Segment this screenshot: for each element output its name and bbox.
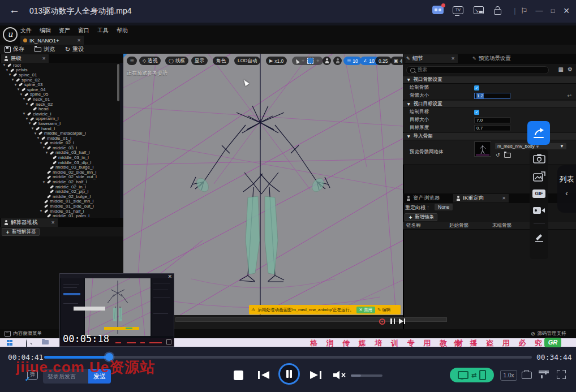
disable-button[interactable]: ✕禁用 xyxy=(356,307,375,313)
stop-button[interactable] xyxy=(234,371,243,380)
tv-cast-icon[interactable]: TV xyxy=(453,6,463,14)
tree-row[interactable]: middle_01_palm_l xyxy=(0,213,120,218)
timeline-track[interactable] xyxy=(175,317,447,322)
share-button[interactable] xyxy=(527,121,550,145)
tree-row[interactable]: middle_02_pip_l xyxy=(0,189,120,194)
menu-window[interactable]: 窗口 xyxy=(78,27,89,35)
tree-row[interactable]: middle_02_in_l xyxy=(0,184,120,189)
grid-view-icon[interactable]: ▦ xyxy=(558,66,564,72)
add-solver-button[interactable]: ＋新增解算器 xyxy=(2,228,40,236)
content-drawer-button[interactable]: 内容侧滑菜单 xyxy=(5,330,42,337)
close-button[interactable]: ✕ xyxy=(561,6,571,15)
menu-file[interactable]: 文件 xyxy=(20,27,32,35)
caret-icon[interactable]: ▼ xyxy=(22,97,26,101)
caret-icon[interactable]: ▼ xyxy=(39,141,43,145)
character-snap-icon[interactable] xyxy=(323,57,331,65)
draw-goal-checkbox[interactable]: ✓ xyxy=(474,110,479,115)
image-capture-icon[interactable] xyxy=(533,171,545,182)
caret-icon[interactable]: ▼ xyxy=(2,63,6,67)
bone-size-input[interactable]: 1.2 xyxy=(474,93,510,99)
tab-ik-rig[interactable]: IK_NANO1+ ✕ xyxy=(20,36,84,45)
tab-close-icon[interactable]: ✕ xyxy=(51,220,55,225)
previous-button[interactable] xyxy=(257,371,270,380)
tree-row[interactable]: middle_01_side_out_l xyxy=(0,204,120,209)
save-button[interactable]: 保存 xyxy=(5,45,24,53)
tree-row[interactable]: ▼lowerarm_l xyxy=(0,121,120,126)
playback-speed-button[interactable]: ▶x1.0 xyxy=(266,57,287,65)
caret-icon[interactable]: ▼ xyxy=(14,83,18,87)
minimize-button[interactable]: — xyxy=(534,6,544,15)
caret-icon[interactable]: ▼ xyxy=(33,131,37,136)
transform-tool-icon[interactable]: + xyxy=(316,58,319,64)
caret-icon[interactable]: ▼ xyxy=(42,145,46,150)
tab-asset-browser[interactable]: 资产浏览器 xyxy=(403,194,452,203)
tab-hierarchy[interactable]: 层级 ✕ xyxy=(1,54,49,63)
tree-row[interactable]: middle_01_side_inn_l xyxy=(0,199,120,204)
tree-row[interactable]: ▼spine_01 xyxy=(0,72,120,77)
playlist-handle[interactable]: 列表 ‹ xyxy=(557,165,576,213)
menu-edit[interactable]: 编辑 xyxy=(40,27,51,35)
tab-close-icon[interactable]: ✕ xyxy=(42,56,46,61)
goal-size-input[interactable]: 7.0 xyxy=(474,117,510,123)
caret-icon[interactable]: ▼ xyxy=(42,180,46,184)
tree-row[interactable]: ▼upperarm_l xyxy=(0,117,120,122)
caret-icon[interactable]: ▼ xyxy=(8,72,12,77)
tree-row[interactable]: middle_02_side_out_l xyxy=(0,175,120,180)
viewport-menu-button[interactable]: ☰ xyxy=(127,57,137,65)
pin-icon[interactable]: ⚐ xyxy=(519,6,529,15)
caret-icon[interactable]: ▼ xyxy=(45,150,49,155)
tab-close-icon[interactable]: ✕ xyxy=(77,38,81,43)
caret-icon[interactable]: ▼ xyxy=(19,92,23,97)
timeline-pause-button[interactable] xyxy=(390,318,395,324)
move-tool-icon[interactable]: + xyxy=(302,58,304,64)
edit-button[interactable]: ✎编辑 xyxy=(377,307,390,313)
tree-row[interactable]: ▼spine_04 xyxy=(0,87,120,92)
tree-row[interactable]: ▼spine_02 xyxy=(0,77,120,83)
settings-gear-icon[interactable]: ⚙ xyxy=(568,66,573,72)
menu-tools[interactable]: 工具 xyxy=(97,27,109,35)
tree-row[interactable]: ▼middle_01_l xyxy=(0,136,120,141)
browse-button[interactable]: 浏览 xyxy=(35,45,55,53)
tab-close-icon[interactable]: ✕ xyxy=(451,56,455,61)
tab-solver-stack[interactable]: 解算器堆栈 ✕ xyxy=(1,218,58,227)
tree-row[interactable]: ▼middle_01_half_l xyxy=(0,209,120,214)
search-input[interactable]: 搜索 xyxy=(406,66,549,74)
select-tool-icon[interactable] xyxy=(294,58,299,64)
tab-preview-scene[interactable]: ✎ 预览场景设置 xyxy=(470,54,532,63)
tree-row[interactable]: ▼spine_05 xyxy=(0,92,120,97)
gif-record-icon[interactable]: GIF xyxy=(532,189,545,198)
reset-to-default-icon[interactable]: ↩ xyxy=(567,93,571,98)
next-button[interactable] xyxy=(310,371,322,380)
caret-icon[interactable]: ▼ xyxy=(16,87,20,92)
caret-icon[interactable]: ▼ xyxy=(28,121,32,126)
character-button[interactable]: 角色 xyxy=(213,57,229,65)
browse-to-asset-icon[interactable] xyxy=(504,153,511,158)
video-record-icon[interactable] xyxy=(532,206,545,215)
tree-row[interactable]: ▼hand_l xyxy=(0,126,120,131)
toolbox-button[interactable] xyxy=(522,372,532,379)
tree-row[interactable]: ▼clavicle_l xyxy=(0,111,120,117)
pause-button[interactable] xyxy=(278,363,300,385)
caret-icon[interactable]: ▼ xyxy=(11,77,15,82)
timeline-step-button[interactable] xyxy=(399,318,403,324)
screenshot-icon[interactable] xyxy=(533,154,545,163)
draw-skeleton-checkbox[interactable]: ✓ xyxy=(474,85,479,91)
tree-row[interactable]: middle_02_bulge_l xyxy=(0,194,120,199)
tree-row[interactable]: ▼middle_metacarpal_l xyxy=(0,131,120,136)
caret-icon[interactable]: ▼ xyxy=(25,102,29,106)
section-viewport-goal[interactable]: ▼视口目标设置 xyxy=(403,101,576,108)
tab-details[interactable]: ✎ 细节 ✕ xyxy=(403,54,458,63)
pip-close-icon[interactable]: ✕ xyxy=(167,274,172,279)
tab-ik-retarget[interactable]: IK重定向 ✕ xyxy=(453,194,509,203)
mesh-thumbnail[interactable] xyxy=(474,141,491,157)
perspective-button[interactable]: ◇透视 xyxy=(139,57,161,65)
tree-scrollbar[interactable] xyxy=(117,64,119,101)
tree-row[interactable]: ▼root xyxy=(0,63,120,68)
marquee-tool-icon[interactable] xyxy=(307,58,313,64)
mute-button[interactable] xyxy=(333,371,346,380)
tab-close-icon[interactable]: ✕ xyxy=(502,196,506,201)
tree-row[interactable]: middle_03_in_l xyxy=(0,155,120,160)
back-button[interactable]: ← xyxy=(9,4,20,16)
tree-row[interactable]: ▼pelvis xyxy=(0,68,120,73)
show-button[interactable]: 显示 xyxy=(191,57,208,65)
